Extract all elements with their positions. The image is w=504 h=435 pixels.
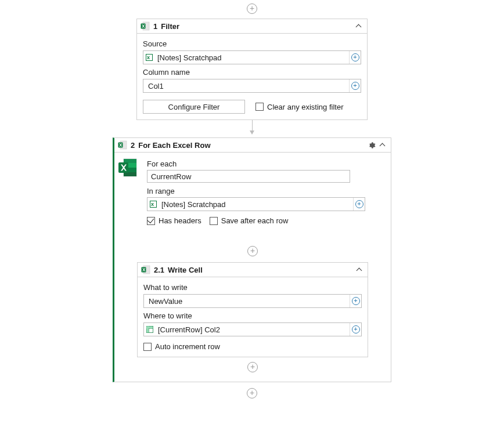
filter-column-input[interactable]: Col1: [143, 79, 361, 93]
svg-rect-8: [124, 172, 136, 176]
filter-source-expand[interactable]: [349, 51, 361, 64]
for-each-value: CurrentRow: [151, 172, 191, 181]
filter-title: Filter: [161, 22, 179, 31]
has-headers-box[interactable]: [147, 217, 155, 225]
what-to-write-label: What to write: [143, 283, 362, 292]
filter-column-label: Column name: [143, 68, 361, 77]
where-to-write-expand[interactable]: [350, 323, 361, 336]
for-each-label: For each: [147, 160, 384, 168]
filter-source-label: Source: [143, 39, 361, 48]
writecell-activity-panel: 2.1 Write Cell What to write NewValue Wh…: [137, 262, 368, 357]
in-range-label: In range: [147, 187, 384, 195]
configure-filter-button[interactable]: Configure Filter: [143, 100, 245, 114]
auto-increment-label: Auto increment row: [155, 342, 220, 351]
excel-small-icon: [141, 265, 150, 274]
cell-ref-icon: [146, 325, 154, 334]
gear-icon[interactable]: [366, 140, 376, 150]
add-step-bottom[interactable]: [247, 388, 257, 398]
connector-arrow: [252, 120, 253, 134]
filter-index: 1: [153, 22, 157, 31]
clear-existing-filter-label: Clear any existing filter: [267, 103, 344, 111]
in-range-input[interactable]: x [Notes] Scratchpad: [147, 197, 365, 211]
auto-increment-checkbox[interactable]: Auto increment row: [143, 342, 362, 351]
in-range-expand[interactable]: [353, 198, 365, 211]
writecell-index: 2.1: [154, 266, 164, 274]
writecell-collapse-toggle[interactable]: [356, 266, 363, 273]
add-step-inside-bottom[interactable]: [247, 362, 258, 372]
writecell-header[interactable]: 2.1 Write Cell: [138, 263, 368, 277]
add-step-top[interactable]: [247, 3, 257, 14]
where-to-write-label: Where to write: [143, 311, 362, 320]
what-to-write-expand[interactable]: [350, 295, 361, 307]
what-to-write-input[interactable]: NewValue: [143, 294, 362, 308]
foreach-activity-panel: 2 For Each Excel Row For each: [113, 137, 391, 382]
where-to-write-input[interactable]: [CurrentRow] Col2: [143, 322, 362, 336]
filter-activity-panel: 1 Filter Source x [Notes] Scratchpad Col…: [136, 19, 368, 120]
filter-collapse-toggle[interactable]: [355, 23, 362, 30]
save-each-row-checkbox[interactable]: Save after each row: [210, 216, 289, 225]
filter-source-input[interactable]: x [Notes] Scratchpad: [143, 50, 361, 64]
foreach-index: 2: [131, 141, 135, 150]
save-each-row-label: Save after each row: [221, 216, 289, 225]
filter-source-value: [Notes] Scratchpad: [156, 53, 349, 62]
filter-column-expand[interactable]: [349, 79, 361, 92]
range-icon: x: [146, 53, 154, 61]
save-each-row-box[interactable]: [210, 217, 218, 225]
excel-large-icon: [118, 158, 138, 177]
clear-existing-filter-checkbox[interactable]: Clear any existing filter: [255, 103, 344, 111]
filter-header[interactable]: 1 Filter: [137, 19, 367, 34]
writecell-title: Write Cell: [168, 266, 203, 274]
excel-small-icon: [141, 21, 150, 31]
svg-rect-15: [149, 329, 153, 333]
for-each-input[interactable]: CurrentRow: [147, 170, 350, 183]
filter-column-value: Col1: [146, 82, 349, 90]
what-to-write-value: NewValue: [146, 297, 350, 306]
has-headers-label: Has headers: [159, 216, 201, 225]
where-to-write-value: [CurrentRow] Col2: [157, 325, 350, 334]
clear-existing-filter-box[interactable]: [255, 103, 264, 111]
excel-small-icon: [118, 140, 127, 150]
foreach-title: For Each Excel Row: [138, 141, 210, 150]
foreach-collapse-toggle[interactable]: [379, 142, 386, 148]
svg-rect-14: [147, 327, 153, 329]
range-icon: x: [150, 200, 158, 208]
foreach-header[interactable]: 2 For Each Excel Row: [114, 138, 391, 153]
add-step-inside-top[interactable]: [247, 246, 258, 256]
in-range-value: [Notes] Scratchpad: [160, 200, 353, 209]
has-headers-checkbox[interactable]: Has headers: [147, 216, 201, 225]
svg-rect-5: [124, 159, 136, 163]
auto-increment-box[interactable]: [143, 343, 152, 351]
